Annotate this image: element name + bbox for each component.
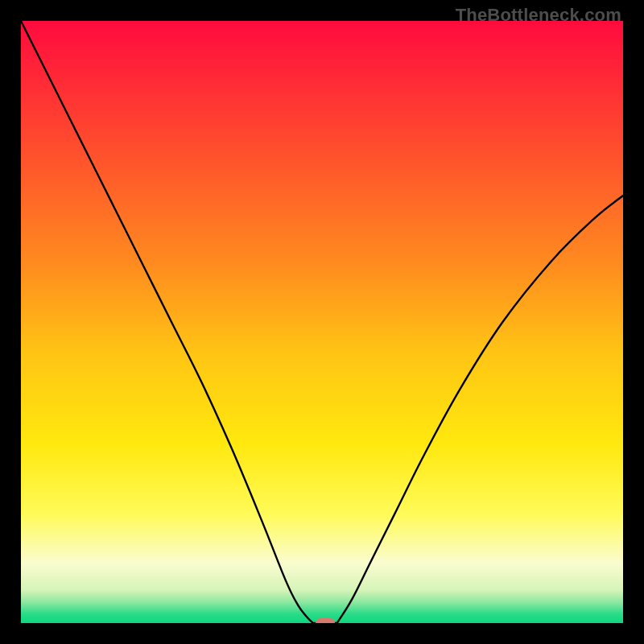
chart-frame: TheBottleneck.com — [0, 0, 644, 644]
plot-area — [21, 21, 623, 623]
watermark-text: TheBottleneck.com — [456, 5, 621, 26]
bottleneck-curve — [21, 21, 623, 623]
optimum-marker — [316, 618, 335, 623]
